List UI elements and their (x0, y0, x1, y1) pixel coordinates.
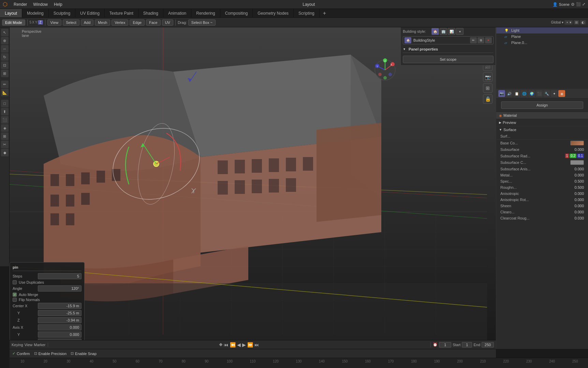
sheen-row[interactable]: Sheen 0.000 (496, 203, 588, 209)
mat-modifier-icon[interactable]: 🔧 (543, 90, 550, 97)
bevel-tool[interactable]: ◈ (1, 124, 9, 132)
base-color-row[interactable]: Base Co... (496, 140, 588, 146)
end-frame-input[interactable] (482, 342, 494, 348)
style-btn-2[interactable]: 🏢 (440, 28, 447, 35)
vertex-menu[interactable]: Vertex (112, 19, 128, 26)
assign-button[interactable]: Assign (501, 101, 583, 109)
tab-compositing[interactable]: Compositing (220, 9, 253, 17)
add-workspace-button[interactable]: + (320, 9, 329, 17)
style-btn-3[interactable]: 📊 (448, 28, 455, 35)
global-select[interactable]: Global ▾ (551, 20, 564, 24)
flip-normals-checkbox[interactable] (13, 298, 17, 302)
center-y-value[interactable]: -25.5 m (38, 310, 82, 316)
bs-edit-btn[interactable]: ✏ (470, 37, 477, 43)
mat-view-layer-icon[interactable]: 📋 (513, 90, 520, 97)
subrad-g[interactable]: 0.2 (570, 154, 576, 158)
anisotropic-rot-row[interactable]: Anisotropic Rot... 0.000 (496, 197, 588, 203)
view-dropdown[interactable]: View (25, 343, 33, 347)
preview-header[interactable]: ▶ Preview (496, 119, 588, 126)
anisotropic-row[interactable]: Anisotropic 0.000 (496, 190, 588, 197)
axis-x-value[interactable]: 0.000 (38, 324, 82, 330)
mat-scene-props-icon[interactable]: 🌐 (521, 90, 528, 97)
inset-tool[interactable]: ⬛ (1, 116, 9, 124)
mat-particles-icon[interactable]: ✦ (551, 90, 558, 97)
viewport-shade-btn[interactable]: ⊞ (483, 83, 493, 93)
style-btn-1[interactable]: 🏠 (431, 28, 439, 35)
step-back-btn[interactable]: ⏪ (230, 342, 236, 348)
axis-y-value[interactable]: 0.000 (38, 331, 82, 338)
specular-row[interactable]: Spec... 0.500 (496, 178, 588, 184)
shading-options[interactable]: ◐ (580, 20, 586, 25)
sheen-value[interactable]: 0.000 (574, 204, 584, 208)
enable-precision-status[interactable]: ⊡ Enable Precision (34, 351, 67, 356)
play-reverse-btn[interactable]: ◀ (237, 342, 241, 348)
render-view-btn[interactable]: 📷 (483, 72, 493, 82)
expand-icon[interactable]: ⬛ (576, 2, 581, 6)
transform-tool[interactable]: ⊞ (1, 70, 9, 77)
knife-tool[interactable]: ✂ (1, 141, 9, 148)
tab-layout[interactable]: Layout (0, 9, 22, 17)
clearcoat-rough-value[interactable]: 0.030 (574, 216, 584, 220)
polypen-tool[interactable]: ◆ (1, 149, 9, 156)
cursor-tool[interactable]: ⊕ (1, 37, 9, 44)
clearcoat-rough-row[interactable]: Clearcoat Roug... 0.030 (496, 215, 588, 221)
tab-geometry-nodes[interactable]: Geometry Nodes (253, 9, 294, 17)
current-frame-input[interactable] (439, 342, 451, 348)
move-tool[interactable]: ↔ (1, 45, 9, 53)
mat-obj-props-icon[interactable]: ⬛ (536, 90, 543, 97)
y-coord[interactable]: Y (35, 20, 38, 24)
face-menu[interactable]: Face (146, 19, 160, 26)
angle-value[interactable]: 120° (38, 285, 82, 292)
tab-shading[interactable]: Shading (138, 9, 163, 17)
keying-dropdown[interactable]: Keying (12, 343, 23, 347)
uv-menu[interactable]: UV (162, 19, 173, 26)
blender-logo[interactable]: ⬡ (3, 1, 8, 8)
use-duplicates-checkbox[interactable] (13, 280, 17, 284)
subsurface-aniso-value[interactable]: 0.000 (574, 167, 584, 171)
loop-cut-tool[interactable]: ⊞ (1, 132, 9, 140)
snap-options[interactable]: ⚬ ▾ (564, 20, 573, 25)
flip-normals-row[interactable]: Flip Normals (13, 298, 82, 302)
tab-animation[interactable]: Animation (163, 9, 191, 17)
tab-rendering[interactable]: Rendering (191, 9, 220, 17)
mat-output-props-icon[interactable]: 🔊 (506, 90, 513, 97)
surface-header[interactable]: ▼ Surface (496, 126, 588, 133)
marker-dropdown[interactable]: Marker (34, 343, 45, 347)
z-coord[interactable]: Z (38, 20, 43, 25)
set-scope-button[interactable]: Set scope (403, 56, 494, 63)
tab-modeling[interactable]: Modeling (22, 9, 49, 17)
scale-tool[interactable]: ⊡ (1, 61, 9, 69)
select-box-btn[interactable]: Select Box ~ (188, 19, 216, 26)
start-frame-input[interactable] (462, 342, 472, 348)
tab-uv-editing[interactable]: UV Editing (75, 9, 105, 17)
plane-item[interactable]: ▱ Plane (496, 33, 588, 40)
material-header-row[interactable]: ◉ Material (496, 112, 588, 119)
anisotropic-value[interactable]: 0.000 (574, 192, 584, 196)
num-steps[interactable]: 5 (30, 20, 32, 24)
enable-snap-status[interactable]: ⊡ Enable Snap (71, 351, 97, 356)
menu-window[interactable]: Window (30, 1, 50, 8)
measure-tool[interactable]: 📐 (1, 89, 9, 96)
clearcoat-row[interactable]: Clearo... 0.000 (496, 209, 588, 215)
overlay-options[interactable]: ⊞ (574, 20, 579, 25)
base-color-swatch[interactable] (570, 141, 584, 145)
anisotropic-rot-value[interactable]: 0.000 (574, 198, 584, 202)
mat-world-props-icon[interactable]: 🌍 (528, 90, 535, 97)
bs-home-btn[interactable]: 🏠 (405, 37, 411, 43)
subrad-r[interactable]: 1 (565, 154, 569, 158)
use-duplicates-row[interactable]: Use Duplicates (13, 280, 82, 284)
subsurface-row[interactable]: Subsurface 0.000 (496, 146, 588, 153)
center-x-value[interactable]: -15.9 m (38, 303, 82, 309)
auto-merge-row[interactable]: ✓ Auto Merge (13, 293, 82, 297)
mat-render-props-icon[interactable]: 📷 (498, 90, 505, 97)
mode-select[interactable]: Edit Mode (2, 19, 25, 26)
subsurface-rad-row[interactable]: Subsurface Rad... 1 0.2 0.1 (496, 153, 588, 159)
toggle-lock-btn[interactable]: 🔒 (483, 94, 493, 104)
select-tool[interactable]: ↖ (1, 29, 9, 36)
menu-help[interactable]: Help (51, 1, 65, 8)
plane-2-item[interactable]: ▱ Plane.0... (496, 40, 588, 46)
auto-merge-checkbox[interactable]: ✓ (13, 293, 17, 297)
metallic-value[interactable]: 0.000 (574, 173, 584, 177)
subsurface-color-row[interactable]: Subsurface C... (496, 159, 588, 166)
select-menu[interactable]: Select (63, 19, 79, 26)
